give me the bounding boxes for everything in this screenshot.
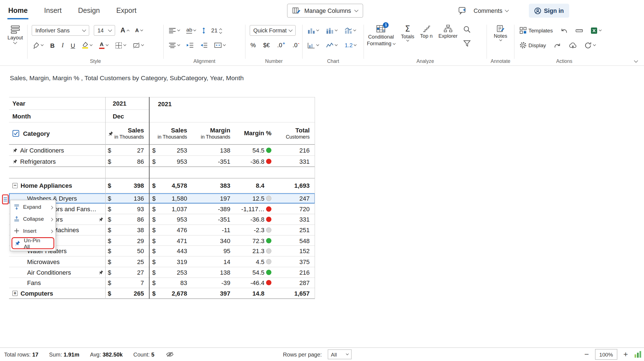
- ruler-button[interactable]: [575, 27, 584, 34]
- row-drag-handle[interactable]: [2, 194, 9, 204]
- add-comment-button[interactable]: [458, 7, 467, 15]
- column-header[interactable]: Margin in Thousands: [192, 122, 235, 144]
- clear-format-button[interactable]: [132, 41, 144, 49]
- margin-pct-cell: -46.4: [235, 278, 275, 288]
- pinned-column-header[interactable]: Sales in Thousands: [105, 122, 149, 144]
- font-color-button[interactable]: A: [98, 41, 109, 49]
- bar-chart-button[interactable]: [307, 27, 320, 34]
- font-size-select[interactable]: 14: [94, 25, 115, 36]
- quick-format-select[interactable]: Quick Format: [250, 25, 296, 36]
- ribbon-tab[interactable]: Design: [77, 0, 101, 22]
- zoom-in-button[interactable]: +: [623, 350, 628, 359]
- increase-indent-button[interactable]: [200, 42, 209, 49]
- stacked-chart-button[interactable]: [325, 27, 338, 34]
- search-button[interactable]: [463, 25, 471, 33]
- sparkline-button[interactable]: [325, 42, 338, 49]
- pinned-sales-value: 136: [134, 195, 144, 202]
- explorer-button[interactable]: Explorer: [435, 25, 460, 39]
- pinned-sales-cell: $ 27: [105, 267, 149, 277]
- column-header[interactable]: Margin %: [235, 122, 275, 144]
- table-row[interactable]: Refrigerators $ 86 $ 953 -351 -36.8 331: [9, 156, 315, 167]
- month-header-row: Month Dec: [9, 110, 315, 123]
- margin-value: 397: [220, 290, 230, 297]
- tab-label: Export: [116, 7, 136, 15]
- align-center-icon: [169, 42, 176, 48]
- hide-stats-button[interactable]: [166, 351, 174, 358]
- display-button[interactable]: Display: [518, 41, 547, 49]
- table-row[interactable]: Air Conditioners $ 27 $ 253 138 54.5 216: [9, 145, 315, 156]
- underline-button[interactable]: U: [70, 41, 76, 49]
- context-menu-item[interactable]: Expand: [10, 201, 56, 213]
- row-expander-icon[interactable]: −: [12, 183, 18, 188]
- vertical-align-button[interactable]: [168, 42, 181, 49]
- undo-button[interactable]: [559, 27, 569, 34]
- menu-item-label: Expand: [23, 204, 41, 210]
- increase-font-size-button[interactable]: A: [120, 26, 130, 34]
- manage-columns-button[interactable]: Manage Columns: [287, 4, 363, 18]
- zoom-level[interactable]: 100%: [595, 349, 617, 360]
- row-expander-icon[interactable]: +: [12, 291, 18, 296]
- top-n-button[interactable]: Top n: [417, 25, 435, 39]
- mini-chart-button[interactable]: [307, 42, 320, 49]
- column-header[interactable]: Total Customers: [275, 122, 315, 144]
- category-header[interactable]: Category: [9, 122, 105, 144]
- table-row[interactable]: − Home Appliances $ 398 $ 4,578 383 8.4 …: [9, 179, 315, 193]
- bold-button[interactable]: B: [49, 41, 56, 49]
- customers-value: 216: [299, 147, 310, 154]
- collapse-ribbon-button[interactable]: [634, 60, 637, 62]
- number-display-button[interactable]: 1.2: [344, 42, 357, 49]
- pinned-column-title: Sales: [113, 127, 144, 134]
- category-checkbox-icon[interactable]: [12, 130, 19, 137]
- conditional-formatting-icon: 1: [377, 25, 385, 32]
- borders-button[interactable]: [114, 41, 127, 49]
- ribbon-tab[interactable]: Export: [115, 0, 137, 22]
- decrease-decimals-button[interactable]: .0-: [292, 42, 300, 49]
- submenu-arrow-icon: [50, 204, 53, 210]
- table-row[interactable]: Air Conditioners $ 27 $ 253 138 54.5 216: [9, 267, 315, 278]
- format-painter-button[interactable]: [32, 41, 44, 49]
- context-menu-item[interactable]: Insert: [10, 225, 56, 237]
- rows-per-page-select[interactable]: All: [328, 350, 351, 359]
- ribbon-tab[interactable]: Insert: [43, 0, 62, 22]
- highlight-color-button[interactable]: [81, 42, 93, 49]
- export-excel-button[interactable]: [590, 27, 602, 34]
- percent-format-button[interactable]: %: [250, 42, 257, 49]
- merge-cells-button[interactable]: [214, 42, 226, 49]
- decimal-glyph: .0: [277, 42, 282, 49]
- totals-button[interactable]: Σ Totals: [398, 25, 417, 41]
- row-height-input[interactable]: 21: [211, 27, 222, 34]
- table-row[interactable]: Microwaves $ 25 $ 319 14 4.5 375: [9, 256, 315, 267]
- stepper-arrows[interactable]: [220, 28, 222, 34]
- rows-per-page-value: All: [331, 351, 337, 357]
- decrease-indent-button[interactable]: [186, 42, 195, 49]
- column-header[interactable]: Sales in Thousands: [149, 122, 192, 144]
- context-menu-item[interactable]: Collapse: [10, 213, 56, 225]
- table-row[interactable]: Fans $ 7 $ 83 -39 -46.4 287: [9, 278, 315, 288]
- comments-dropdown-button[interactable]: Comments: [473, 7, 508, 14]
- decrease-font-size-button[interactable]: A: [134, 27, 143, 34]
- table-row[interactable]: + Computers $ 265 $ 2,678 397 14.8 1,657: [9, 288, 315, 299]
- top-n-label: Top n: [420, 33, 433, 39]
- italic-button[interactable]: I: [61, 41, 65, 49]
- filter-button[interactable]: [463, 40, 471, 47]
- context-menu-item[interactable]: Un-Pin All: [11, 237, 54, 249]
- wrap-text-button[interactable]: ab: [186, 27, 197, 34]
- combo-chart-button[interactable]: [344, 27, 357, 34]
- templates-button[interactable]: Templates: [518, 26, 553, 34]
- horizontal-align-button[interactable]: [168, 27, 181, 34]
- currency-format-button[interactable]: $€: [262, 42, 271, 49]
- zoom-out-button[interactable]: −: [584, 350, 589, 359]
- increase-decimals-button[interactable]: .0+: [276, 42, 286, 49]
- layout-button[interactable]: Layout: [8, 25, 23, 44]
- cloud-upload-button[interactable]: [568, 41, 577, 49]
- ribbon-tab[interactable]: Home: [7, 0, 28, 22]
- notes-button[interactable]: Notes: [491, 25, 510, 41]
- layout-label: Layout: [8, 35, 23, 41]
- sign-in-button[interactable]: Sign in: [529, 4, 569, 18]
- menu-item-label: Un-Pin All: [24, 237, 46, 249]
- font-family-select[interactable]: Inforiver Sans: [32, 25, 89, 36]
- conditional-formatting-button[interactable]: 1 Conditional Formatting: [364, 25, 398, 47]
- analyze-group: 1 Conditional Formatting Σ Totals Top n: [364, 22, 486, 65]
- refresh-button[interactable]: [583, 41, 596, 49]
- redo-button[interactable]: [553, 41, 562, 49]
